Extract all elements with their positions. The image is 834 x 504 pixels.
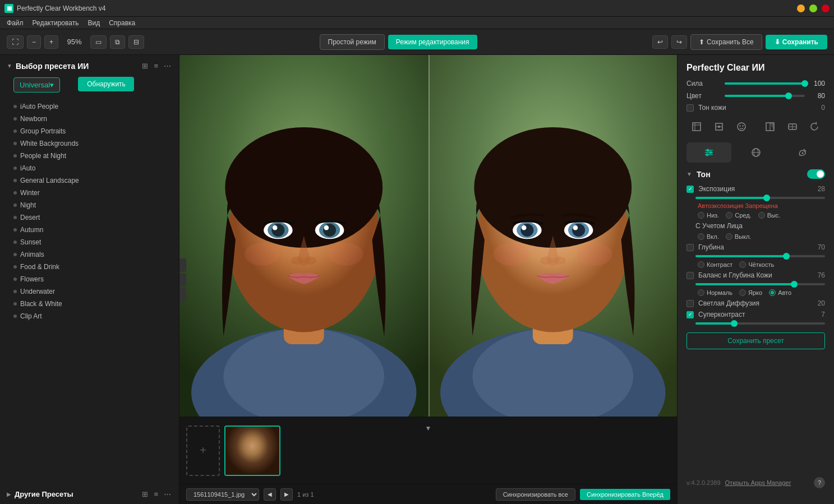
strength-track[interactable]	[725, 82, 805, 85]
filename-selector[interactable]: 1561109415_1.jpg	[186, 488, 259, 501]
preset-item-group-portraits[interactable]: Group Portraits	[0, 125, 179, 137]
level-mid-radio[interactable]	[726, 212, 732, 219]
globe-tab-btn[interactable]	[734, 142, 778, 163]
face-on-option[interactable]: Вкл.	[698, 233, 719, 240]
menu-help[interactable]: Справка	[104, 18, 140, 28]
exposure-tool-btn[interactable]	[760, 118, 780, 136]
other-presets-more-btn[interactable]: ⋯	[163, 489, 172, 500]
help-button[interactable]: ?	[814, 477, 825, 488]
preset-item-winter[interactable]: Winter	[0, 187, 179, 199]
crop-tool-btn[interactable]	[686, 118, 707, 136]
close-btn[interactable]: ✕	[822, 4, 830, 12]
level-high-radio[interactable]	[758, 212, 765, 219]
expand-btn[interactable]: ⛶	[7, 35, 24, 49]
edge-tab-1[interactable]	[179, 258, 186, 272]
auto-option[interactable]: Авто	[769, 289, 791, 296]
exposure-thumb[interactable]	[763, 195, 770, 201]
preset-dropdown[interactable]: Universal ▾	[13, 77, 60, 93]
super-contrast-checkbox[interactable]	[686, 311, 694, 318]
detect-button[interactable]: Обнаружить	[78, 77, 134, 91]
menu-file[interactable]: Файл	[2, 18, 28, 28]
level-low-radio[interactable]	[698, 212, 704, 219]
tone-collapse-btn[interactable]: ▼	[686, 171, 692, 177]
more-options-btn[interactable]: ⋯	[163, 61, 172, 71]
add-photo-btn[interactable]: +	[186, 426, 220, 476]
list-view-btn[interactable]: ≡	[153, 61, 159, 71]
sliders-tab-btn[interactable]	[686, 142, 731, 163]
preset-item-animals[interactable]: Animals	[0, 248, 179, 261]
super-contrast-thumb[interactable]	[731, 320, 738, 327]
scroll-down-arrow[interactable]: ▼	[425, 424, 432, 432]
depth-checkbox[interactable]	[686, 244, 694, 251]
color-tool-btn[interactable]	[782, 118, 803, 136]
face-off-option[interactable]: Выкл.	[726, 233, 752, 240]
preset-item-sunset[interactable]: Sunset	[0, 236, 179, 248]
preset-item-clip-art[interactable]: Clip Art	[0, 310, 179, 322]
super-contrast-track[interactable]	[695, 322, 825, 325]
vivid-radio[interactable]	[739, 289, 746, 296]
grid-view-btn[interactable]: ⊞	[141, 61, 149, 71]
menu-view[interactable]: Вид	[83, 18, 104, 28]
clarity-radio[interactable]	[739, 261, 746, 268]
contrast-option[interactable]: Контраст	[698, 261, 732, 268]
filmstrip-thumbnail[interactable]	[224, 426, 280, 476]
preset-item-underwater[interactable]: Underwater	[0, 285, 179, 298]
save-button[interactable]: ⬇ Сохранить	[766, 35, 827, 49]
depth-thumb[interactable]	[783, 253, 790, 260]
redo-btn[interactable]: ↪	[671, 35, 687, 49]
exposure-track[interactable]	[695, 197, 825, 199]
preset-item-food-drink[interactable]: Food & Drink	[0, 261, 179, 273]
normal-radio[interactable]	[698, 289, 704, 296]
light-diffusion-checkbox[interactable]	[686, 300, 694, 307]
mode-simple-btn[interactable]: Простой режим	[320, 34, 385, 50]
other-presets-header[interactable]: ▶ Другие Пресеты ⊞ ≡ ⋯	[0, 484, 179, 504]
sync-forward-button[interactable]: Синхронизировать Вперёд	[580, 489, 670, 500]
exposure-checkbox[interactable]	[686, 186, 694, 193]
preset-item-people-at-night[interactable]: People at Night	[0, 150, 179, 162]
skin-balance-thumb[interactable]	[791, 281, 798, 288]
preset-item-desert[interactable]: Desert	[0, 211, 179, 224]
sync-all-button[interactable]: Синхронизировать все	[496, 488, 575, 501]
mode-edit-btn[interactable]: Режим редактирования	[388, 35, 477, 49]
preset-item-autumn[interactable]: Autumn	[0, 224, 179, 236]
tone-toggle[interactable]	[807, 169, 825, 179]
save-preset-button[interactable]: Сохранить пресет	[686, 332, 825, 349]
edge-tab-3[interactable]	[179, 288, 186, 301]
skin-balance-checkbox[interactable]	[686, 272, 694, 279]
contrast-radio[interactable]	[698, 261, 704, 268]
color-thumb[interactable]	[785, 93, 792, 99]
level-mid-option[interactable]: Сред.	[726, 212, 751, 219]
auto-radio[interactable]	[769, 289, 776, 296]
maximize-btn[interactable]: □	[809, 4, 817, 12]
window-controls[interactable]: ─ □ ✕	[797, 4, 830, 12]
view-compare-btn[interactable]: ⊟	[128, 35, 144, 49]
other-presets-list-btn[interactable]: ≡	[153, 489, 159, 500]
preset-item-flowers[interactable]: Flowers	[0, 273, 179, 285]
minimize-btn[interactable]: ─	[797, 4, 805, 12]
view-single-btn[interactable]: ▭	[90, 35, 107, 49]
face-on-radio[interactable]	[698, 233, 704, 240]
undo-btn[interactable]: ↩	[652, 35, 668, 49]
view-split-btn[interactable]: ⧉	[110, 35, 125, 49]
preset-item-white-backgrounds[interactable]: White Backgrounds	[0, 137, 179, 150]
level-low-option[interactable]: Низ.	[698, 212, 719, 219]
menu-edit[interactable]: Редактировать	[28, 18, 84, 28]
strength-thumb[interactable]	[801, 80, 808, 87]
preset-item-iauto-people[interactable]: iAuto People	[0, 100, 179, 113]
next-image-btn[interactable]: ▶	[280, 488, 293, 501]
edge-tabs[interactable]	[179, 258, 186, 301]
color-track[interactable]	[725, 95, 805, 97]
rotate-tool-btn[interactable]	[805, 118, 825, 136]
depth-track[interactable]	[695, 255, 825, 257]
save-all-button[interactable]: ⬆ Сохранить Все	[690, 34, 762, 50]
face-tool-btn[interactable]	[731, 118, 752, 136]
preset-item-black-white[interactable]: Black & White	[0, 298, 179, 310]
zoom-out-btn[interactable]: −	[27, 35, 41, 49]
zoom-in-btn[interactable]: +	[44, 35, 58, 49]
edge-tab-2[interactable]	[179, 273, 186, 286]
prev-image-btn[interactable]: ◀	[264, 488, 276, 501]
open-apps-button[interactable]: Открыть Apps Manager	[725, 479, 791, 486]
transform-tool-btn[interactable]	[709, 118, 729, 136]
preset-item-night[interactable]: Night	[0, 199, 179, 211]
skin-tone-checkbox[interactable]	[686, 104, 694, 112]
